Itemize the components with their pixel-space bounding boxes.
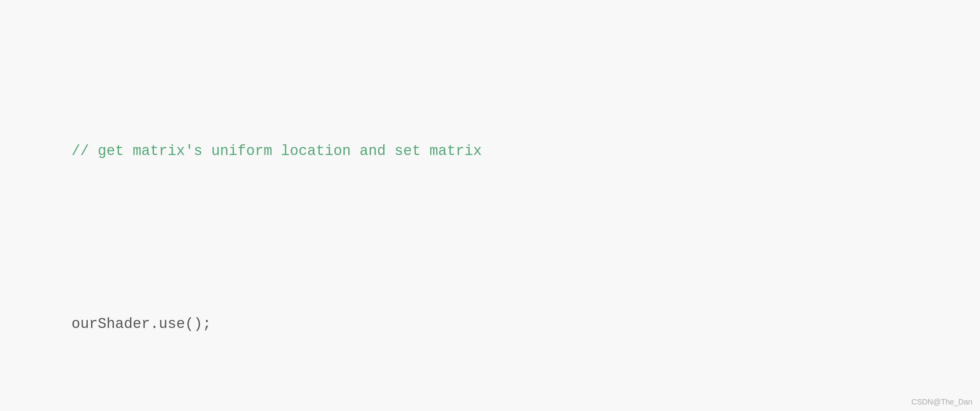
- code-line-2: ourShader.use();: [19, 287, 961, 362]
- code-text: ourShader.use();: [72, 316, 211, 332]
- code-line-1: // get matrix's uniform location and set…: [19, 114, 961, 188]
- watermark: CSDN@The_Dan: [911, 398, 972, 406]
- code-container: // get matrix's uniform location and set…: [0, 0, 980, 411]
- code-block: // get matrix's uniform location and set…: [19, 15, 961, 411]
- comment-text: // get matrix's uniform location and set…: [72, 143, 482, 159]
